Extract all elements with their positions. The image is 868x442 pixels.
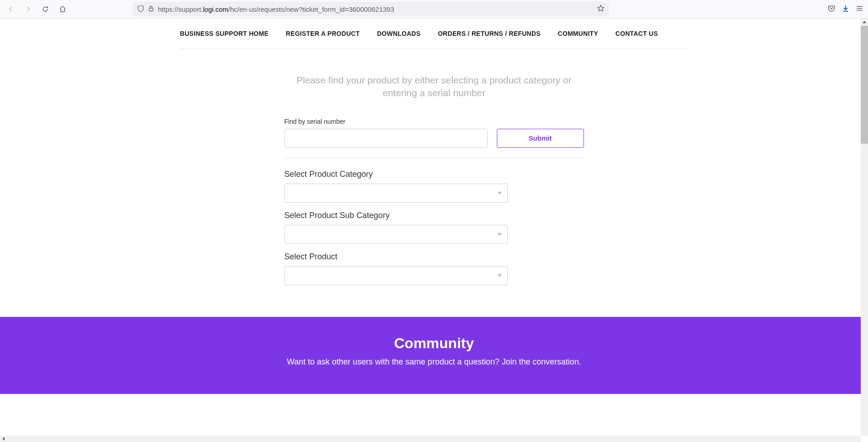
lock-icon [148, 5, 154, 13]
subcategory-label: Select Product Sub Category [284, 211, 584, 220]
home-button[interactable] [56, 3, 69, 15]
nav-contact-us[interactable]: CONTACT US [615, 30, 658, 37]
product-group: Select Product [284, 252, 584, 285]
url-domain: logi.com [203, 5, 228, 13]
nav-business-support[interactable]: BUSINESS SUPPORT HOME [180, 30, 269, 37]
menu-icon[interactable] [856, 5, 863, 14]
subcategory-group: Select Product Sub Category [284, 211, 584, 244]
scrollbar-up-arrow[interactable] [861, 19, 868, 26]
serial-row: Find by serial number Submit [284, 118, 584, 158]
shield-icon [137, 5, 144, 14]
vertical-scrollbar[interactable] [861, 19, 868, 436]
url-path: /hc/en-us/requests/new?ticket_form_id=36… [228, 5, 394, 13]
community-subtitle: Want to ask other users with the same pr… [0, 357, 868, 367]
nav-downloads[interactable]: DOWNLOADS [377, 30, 421, 37]
page-content: BUSINESS SUPPORT HOME REGISTER A PRODUCT… [0, 19, 868, 442]
downloads-icon[interactable] [842, 5, 849, 14]
address-bar[interactable]: https://support.logi.com/hc/en-us/reques… [132, 2, 609, 16]
serial-input[interactable] [284, 129, 488, 148]
community-banner: Community Want to ask other users with t… [0, 317, 868, 394]
nav-register-product[interactable]: REGISTER A PRODUCT [286, 30, 360, 37]
url-prefix: https://support. [158, 5, 203, 13]
community-title: Community [0, 335, 868, 352]
category-select[interactable] [284, 184, 508, 203]
category-group: Select Product Category [284, 170, 584, 203]
product-label: Select Product [284, 252, 584, 262]
reload-button[interactable] [39, 3, 52, 15]
toolbar-right [828, 5, 863, 14]
product-select[interactable] [284, 266, 508, 285]
horizontal-scrollbar[interactable] [0, 436, 861, 442]
nav-community[interactable]: COMMUNITY [558, 30, 598, 37]
submit-button[interactable]: Submit [497, 129, 584, 148]
forward-button[interactable] [22, 3, 34, 15]
product-form: Please find your product by either selec… [284, 74, 584, 285]
nav-orders-returns[interactable]: ORDERS / RETURNS / REFUNDS [438, 30, 540, 37]
serial-group: Find by serial number [284, 118, 488, 148]
serial-label: Find by serial number [284, 118, 488, 125]
category-label: Select Product Category [284, 170, 584, 179]
scrollbar-left-arrow[interactable] [0, 436, 7, 442]
svg-rect-0 [149, 8, 153, 11]
form-intro: Please find your product by either selec… [284, 74, 584, 100]
scrollbar-thumb[interactable] [861, 26, 868, 144]
browser-toolbar: https://support.logi.com/hc/en-us/reques… [0, 0, 868, 19]
back-button[interactable] [5, 3, 17, 15]
bookmark-star-icon[interactable] [597, 5, 604, 14]
url-text: https://support.logi.com/hc/en-us/reques… [158, 5, 593, 13]
main-nav: BUSINESS SUPPORT HOME REGISTER A PRODUCT… [180, 19, 688, 49]
subcategory-select[interactable] [284, 225, 508, 244]
pocket-icon[interactable] [828, 5, 835, 14]
